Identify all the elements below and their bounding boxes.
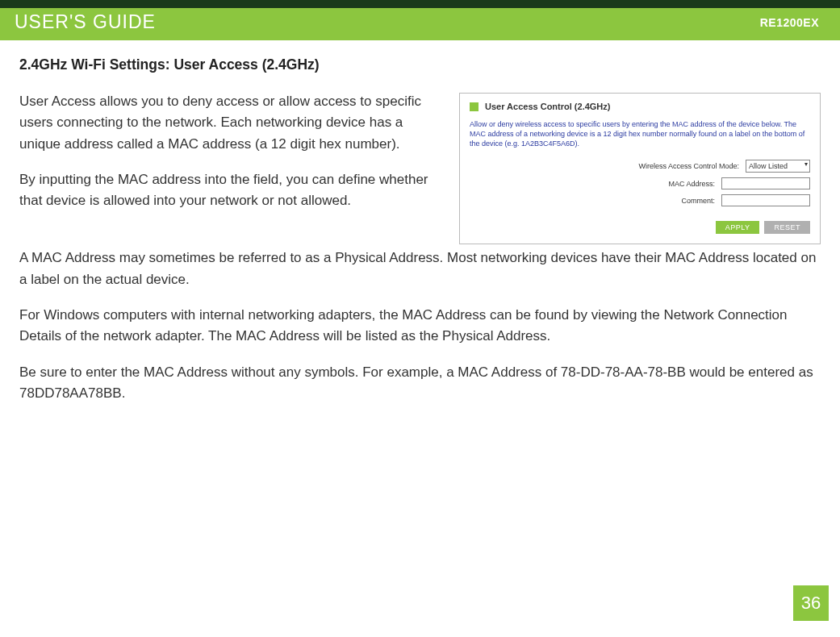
model-number: RE1200EX xyxy=(760,16,819,29)
paragraph-2: By inputting the MAC address into the fi… xyxy=(19,169,443,212)
paragraph-5: Be sure to enter the MAC Address without… xyxy=(19,362,821,405)
panel-form: Wireless Access Control Mode: Allow List… xyxy=(470,160,810,234)
comment-input[interactable] xyxy=(721,194,810,206)
panel-description: Allow or deny wireless access to specifi… xyxy=(470,119,810,148)
mode-select-value: Allow Listed xyxy=(749,162,788,170)
form-row-mac: MAC Address: xyxy=(470,177,810,189)
reset-button[interactable]: RESET xyxy=(764,221,810,234)
form-row-comment: Comment: xyxy=(470,194,810,206)
section-title: 2.4GHz Wi-Fi Settings: User Access (2.4G… xyxy=(19,56,821,73)
panel-actions: APPLY RESET xyxy=(470,221,810,234)
apply-button[interactable]: APPLY xyxy=(716,221,760,234)
form-row-mode: Wireless Access Control Mode: Allow List… xyxy=(470,160,810,173)
label-mac: MAC Address: xyxy=(554,180,715,188)
body-row: User Access allows you to deny access or… xyxy=(19,91,821,244)
user-access-panel: User Access Control (2.4GHz) Allow or de… xyxy=(459,93,821,244)
paragraph-3: A MAC Address may sometimes be referred … xyxy=(19,248,821,290)
paragraph-1: User Access allows you to deny access or… xyxy=(19,91,443,155)
page-content: 2.4GHz Wi-Fi Settings: User Access (2.4G… xyxy=(0,39,840,427)
paragraph-4: For Windows computers with internal netw… xyxy=(19,305,821,348)
intro-text: User Access allows you to deny access or… xyxy=(19,91,443,244)
guide-title: USER'S GUIDE xyxy=(15,11,156,33)
page-number: 36 xyxy=(793,585,829,621)
label-comment: Comment: xyxy=(554,197,715,205)
mac-input[interactable] xyxy=(721,177,810,189)
label-mode: Wireless Access Control Mode: xyxy=(578,162,739,170)
lower-text: A MAC Address may sometimes be referred … xyxy=(19,248,821,404)
page-header: USER'S GUIDE RE1200EX xyxy=(0,0,840,39)
panel-title: User Access Control (2.4GHz) xyxy=(485,102,610,111)
panel-marker-icon xyxy=(470,102,479,111)
mode-select[interactable]: Allow Listed xyxy=(746,160,810,173)
panel-title-row: User Access Control (2.4GHz) xyxy=(470,102,810,111)
